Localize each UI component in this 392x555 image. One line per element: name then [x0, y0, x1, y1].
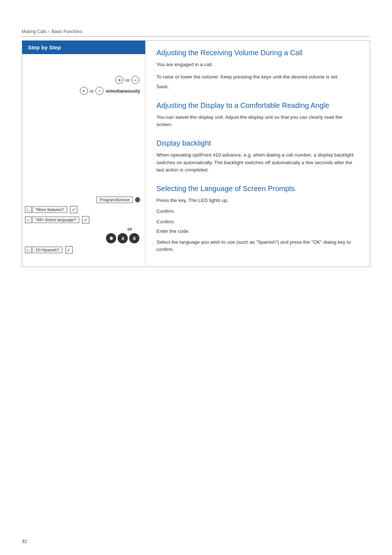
left-steps: + or − + or − simultaneously Program/Ser…: [22, 54, 145, 267]
simultaneously-label: simultaneously: [106, 88, 140, 94]
select-language-text: Select the language you wish to use (suc…: [156, 239, 359, 254]
or-row: or: [25, 226, 142, 232]
checkmark-2[interactable]: ✓: [82, 216, 89, 223]
enter-code-text: Enter the code.: [156, 228, 359, 235]
plus-icon-2: +: [80, 87, 88, 95]
more-features-row: ▷ *More features? ✓: [25, 206, 142, 213]
checkmark-3[interactable]: ✓: [65, 246, 73, 254]
language-section: Selecting the Language of Screen Prompts…: [156, 184, 359, 254]
page: Making Calls – Basic Functions Step by S…: [0, 0, 392, 555]
led-indicator: [135, 197, 140, 202]
language-title: Selecting the Language of Screen Prompts: [156, 184, 359, 193]
backlight-section: Display backlight When operating optiPoi…: [156, 138, 359, 174]
press-key-text: Press the key. The LED lights up.: [156, 197, 359, 204]
select-language-row: ▷ *48= Select language? ✓: [25, 216, 142, 223]
left-column: Step by Step + or − + or − simultaneousl…: [22, 41, 146, 267]
simultaneously-row: + or − simultaneously: [25, 87, 142, 95]
star-code: ✱: [106, 233, 116, 243]
main-content: Step by Step + or − + or − simultaneousl…: [22, 40, 370, 267]
confirm1-text: Confirm.: [156, 208, 359, 215]
display-angle-section: Adjusting the Display to a Comfortable R…: [156, 101, 359, 129]
spanish-label[interactable]: 15=Spanish?: [32, 247, 62, 253]
page-number: 32: [22, 539, 27, 544]
or-label-1: or: [125, 77, 130, 83]
program-service-button[interactable]: Program/Service: [97, 197, 133, 203]
minus-icon-2: −: [95, 87, 103, 95]
triangle-icon-3: ▷: [25, 247, 32, 253]
select-language-label[interactable]: *48= Select language?: [32, 216, 79, 223]
volume-line3: Save.: [156, 83, 359, 90]
right-column: Adjusting the Receiving Volume During a …: [146, 41, 370, 267]
more-features-label[interactable]: *More features?: [32, 206, 67, 213]
triangle-icon-2: ▷: [25, 216, 32, 223]
volume-section-title: Adjusting the Receiving Volume During a …: [156, 48, 359, 57]
volume-step-1: + or −: [25, 76, 142, 84]
top-divider: [22, 36, 370, 37]
code-row: ✱ 4 8: [25, 233, 142, 243]
spanish-row: ▷ 15=Spanish? ✓: [25, 246, 142, 254]
step-by-step-header: Step by Step: [22, 41, 145, 54]
plus-icon: +: [115, 76, 123, 84]
display-angle-body: You can swivel the display unit. Adjust …: [156, 114, 359, 129]
checkmark-1[interactable]: ✓: [70, 206, 77, 213]
four-code: 4: [118, 233, 128, 243]
program-service-area: Program/Service: [25, 197, 142, 203]
minus-icon: −: [131, 76, 139, 84]
volume-line2: To raise or lower the volume: Keep press…: [156, 73, 359, 81]
eight-code: 8: [129, 233, 139, 243]
or-label-2: or: [90, 88, 94, 94]
confirm2-text: Confirm.: [156, 218, 359, 226]
header-breadcrumb: Making Calls – Basic Functions: [22, 29, 370, 34]
backlight-body: When operating optiPoint 410 advance, e.…: [156, 151, 359, 174]
backlight-title: Display backlight: [156, 138, 359, 148]
volume-line1: You are engaged in a call.: [156, 61, 359, 68]
triangle-icon-1: ▷: [25, 206, 32, 213]
display-angle-title: Adjusting the Display to a Comfortable R…: [156, 101, 359, 110]
